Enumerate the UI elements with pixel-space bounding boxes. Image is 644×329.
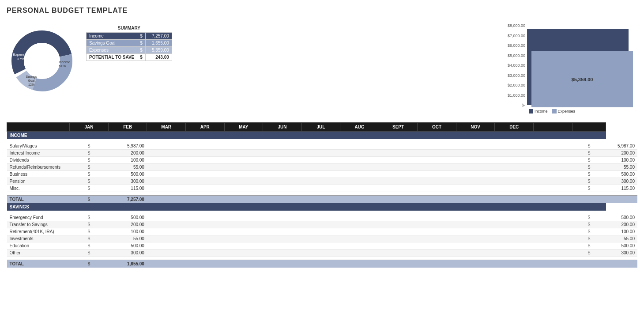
savings-month-5-2	[185, 250, 224, 257]
svg-text:12%: 12%	[28, 83, 34, 86]
income-month-0-4	[263, 143, 302, 150]
savings-jan-2: 100.00	[108, 228, 147, 235]
savings-month-1-6	[340, 221, 379, 228]
income-month-5-5	[301, 178, 340, 185]
income-month-4-9	[456, 171, 495, 178]
income-jan-6: 115.00	[108, 185, 147, 192]
y-label-2000: $2,000.00	[501, 83, 525, 87]
income-section-header: INCOME	[7, 132, 638, 140]
income-jan-4: 500.00	[108, 171, 147, 178]
savings-month-1-8	[418, 221, 456, 228]
savings-month-4-1	[147, 242, 186, 250]
income-month-0-7	[379, 143, 418, 150]
list-item: Interest Income $ 200.00$ 200.00	[7, 150, 638, 157]
savings-dollar-1: $	[70, 221, 109, 228]
income-month-2-11	[534, 157, 572, 164]
savings-jan-0: 500.00	[108, 214, 147, 221]
income-month-4-11	[534, 171, 572, 178]
savings-month-1-9	[456, 221, 495, 228]
budget-table: JAN FEB MAR APR MAY JUN JUL AUG SEPT OCT…	[7, 122, 637, 268]
income-month-1-11	[534, 150, 572, 157]
income-month-1-8	[418, 150, 456, 157]
savings-month-5-1	[147, 250, 186, 257]
savings-month-2-5	[301, 228, 340, 235]
income-month-5-7	[379, 178, 418, 185]
savings-month-3-11	[534, 235, 572, 242]
income-annual-4: 500.00	[606, 171, 637, 178]
income-dollar-3: $	[70, 164, 109, 171]
savings-month-5-4	[263, 250, 302, 257]
savings-month-4-3	[224, 242, 263, 250]
savings-month-1-7	[379, 221, 418, 228]
income-month-4-7	[379, 171, 418, 178]
list-item: Transfer to Savings $ 200.00$ 200.00	[7, 221, 638, 228]
savings-total-jan: 1,655.00	[108, 260, 147, 268]
savings-label-0: Emergency Fund	[7, 214, 70, 221]
savings-month-3-8	[418, 235, 456, 242]
income-month-5-8	[418, 178, 456, 185]
savings-month-5-3	[224, 250, 263, 257]
income-month-6-8	[418, 185, 456, 192]
income-annual-6: 115.00	[606, 185, 637, 192]
income-month-1-7	[379, 150, 418, 157]
income-month-3-4	[263, 164, 302, 171]
savings-annual-5: 300.00	[606, 250, 637, 257]
income-annual-1: 200.00	[606, 150, 637, 157]
income-month-6-3	[224, 185, 263, 192]
savings-month-3-7	[379, 235, 418, 242]
savings-month-5-11	[534, 250, 572, 257]
y-label-7000: $7,000.00	[501, 34, 525, 38]
savings-section-label: SAVINGS	[7, 203, 606, 211]
income-ann-dollar-3: $	[572, 164, 606, 171]
savings-ann-dollar-4: $	[572, 242, 606, 250]
income-annual-2: 100.00	[606, 157, 637, 164]
income-month-1-2	[185, 150, 224, 157]
income-section-label: INCOME	[7, 132, 606, 140]
income-month-0-2	[185, 143, 224, 150]
income-month-4-3	[224, 171, 263, 178]
summary-savings-label: Savings Goal	[87, 40, 137, 47]
savings-month-5-5	[301, 250, 340, 257]
income-label-0: Salary/Wages	[7, 143, 70, 150]
header-feb: FEB	[108, 123, 147, 132]
savings-month-3-6	[340, 235, 379, 242]
income-month-6-6	[340, 185, 379, 192]
savings-month-1-2	[185, 221, 224, 228]
savings-month-2-1	[147, 228, 186, 235]
summary-table: Income $ 7,257.00 Savings Goal $ 1,655.0…	[86, 32, 172, 61]
income-month-5-1	[147, 178, 186, 185]
header-annual	[572, 123, 606, 132]
income-total-jan: 7,257.00	[108, 196, 147, 204]
savings-month-3-3	[224, 235, 263, 242]
summary-potential-value: 243.00	[145, 54, 172, 61]
savings-month-4-9	[456, 242, 495, 250]
income-month-1-6	[340, 150, 379, 157]
list-item: Salary/Wages $ 5,987.00$ 5,987.00	[7, 143, 638, 150]
income-label-6: Misc.	[7, 185, 70, 192]
income-legend-dot	[529, 109, 533, 113]
savings-annual-1: 200.00	[606, 221, 637, 228]
income-month-1-10	[495, 150, 534, 157]
income-month-3-2	[185, 164, 224, 171]
list-item: Refunds/Reimbursements $ 55.00$ 55.00	[7, 164, 638, 171]
list-item: Other $ 300.00$ 300.00	[7, 250, 638, 257]
income-month-6-9	[456, 185, 495, 192]
savings-month-0-3	[224, 214, 263, 221]
savings-month-5-7	[379, 250, 418, 257]
summary-savings-row: Savings Goal $ 1,655.00	[87, 40, 172, 47]
list-item: Business $ 500.00$ 500.00	[7, 171, 638, 178]
savings-month-1-1	[147, 221, 186, 228]
savings-month-2-7	[379, 228, 418, 235]
income-month-4-4	[263, 171, 302, 178]
svg-text:37%: 37%	[17, 57, 24, 61]
savings-month-0-9	[456, 214, 495, 221]
income-annual-3: 55.00	[606, 164, 637, 171]
income-ann-dollar-2: $	[572, 157, 606, 164]
income-month-2-1	[147, 157, 186, 164]
income-month-3-11	[534, 164, 572, 171]
summary-expenses-dollar: $	[137, 47, 146, 54]
savings-label-5: Other	[7, 250, 70, 257]
savings-label-1: Transfer to Savings	[7, 221, 70, 228]
y-label-8000: $8,000.00	[501, 23, 525, 28]
savings-month-0-5	[301, 214, 340, 221]
